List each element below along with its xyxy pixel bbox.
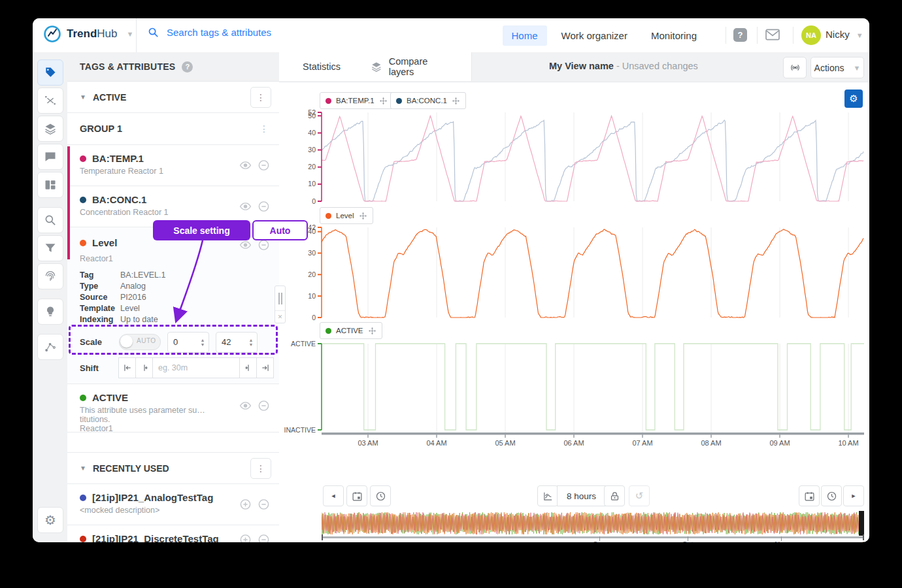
svg-text:20: 20 (308, 163, 316, 171)
visibility-icon[interactable] (239, 239, 252, 252)
reset-time-button[interactable]: ↺ (629, 485, 650, 506)
chart-settings-button[interactable]: ⚙ (844, 90, 863, 108)
remove-circle-icon[interactable] (258, 498, 270, 511)
nav-home[interactable]: Home (503, 25, 547, 46)
brand-caret-icon[interactable]: ▼ (126, 30, 133, 38)
svg-text:42: 42 (308, 223, 316, 231)
start-date-picker-button[interactable] (346, 485, 367, 506)
divider (793, 27, 793, 44)
timeline-tick (688, 536, 688, 541)
actions-button[interactable]: Actions▼ (810, 57, 864, 78)
app-title: TrendHub (67, 27, 117, 41)
move-icon[interactable] (379, 97, 388, 105)
tag-row-discrete-test-tag[interactable]: [21ip]IP21_DiscreteTestTag (67, 525, 279, 542)
legend-chip-active[interactable]: ACTIVE (320, 322, 382, 339)
nav-monitoring[interactable]: Monitoring (642, 25, 706, 46)
section-recent-menu-button[interactable]: ⋮ (250, 458, 271, 479)
svg-text:30: 30 (308, 249, 316, 257)
end-time-picker-button[interactable] (821, 485, 842, 506)
collapse-sidebar-icon[interactable]: ✕ (275, 311, 285, 323)
broadcast-button[interactable] (783, 57, 807, 78)
compare-startpoints-button[interactable] (537, 485, 558, 506)
visibility-icon[interactable] (239, 159, 252, 172)
tag-tool-button[interactable] (37, 59, 63, 86)
visibility-icon[interactable] (239, 201, 252, 213)
timeline-label: Dec (862, 540, 869, 542)
scatter-tool-button[interactable] (37, 334, 63, 360)
tag-row-analog-test-tag[interactable]: [21ip]IP21_AnalogTestTag <mocked descrip… (67, 484, 279, 525)
nav-work-organizer[interactable]: Work organizer (552, 25, 637, 46)
resize-grip-icon[interactable] (275, 286, 285, 311)
timeline-tick (599, 536, 600, 541)
group-1-header[interactable]: GROUP 1 ⋮ (67, 113, 279, 145)
add-circle-icon[interactable] (239, 534, 252, 543)
mail-icon[interactable] (765, 29, 780, 41)
overview-strip[interactable] (322, 511, 864, 536)
shift-forward-button[interactable] (239, 357, 257, 378)
trend-chart-active[interactable]: ACTIVEINACTIVE03 AM04 AM05 AM06 AM07 AM0… (275, 338, 864, 451)
section-active: ▼ ACTIVE ⋮ (67, 82, 279, 113)
legend-chip-level[interactable]: Level (320, 207, 373, 224)
move-icon[interactable] (452, 97, 460, 105)
series-color-dot (80, 197, 86, 203)
sidebar-help-icon[interactable]: ? (182, 61, 193, 73)
shift-back-button[interactable] (135, 357, 153, 378)
funnel-tool-button[interactable] (37, 235, 63, 261)
help-icon[interactable]: ? (733, 28, 747, 42)
layers-tool-button[interactable] (37, 116, 63, 142)
comment-icon (44, 150, 57, 163)
section-active-menu-button[interactable]: ⋮ (250, 87, 271, 108)
bulb-tool-button[interactable] (37, 299, 63, 325)
end-date-picker-button[interactable] (799, 485, 820, 506)
lock-duration-button[interactable] (604, 485, 625, 506)
comment-tool-button[interactable] (37, 144, 63, 170)
shift-far-forward-button[interactable] (256, 357, 274, 378)
section-recently-used: ▼ RECENTLY USED ⋮ (67, 453, 279, 484)
user-avatar[interactable]: NA (801, 25, 821, 45)
tab-compare-layers[interactable]: Compare layers (354, 52, 472, 81)
duration-button[interactable]: 8 hours (557, 485, 606, 506)
shift-amount-input[interactable] (152, 357, 240, 378)
remove-circle-icon[interactable] (258, 201, 270, 213)
tag-row-ba-temp-1[interactable]: BA:TEMP.1 Temperature Reactor 1 (67, 145, 279, 186)
remove-circle-icon[interactable] (258, 534, 270, 543)
trend-chart-level[interactable]: 01020304042 (275, 223, 864, 320)
remove-circle-icon[interactable] (258, 400, 270, 412)
annotation-scale-setting: Scale setting (153, 220, 250, 240)
dashboard-tool-button[interactable] (37, 172, 63, 198)
svg-text:0: 0 (312, 314, 316, 321)
legend-chip-ba-conc-1[interactable]: BA:CONC.1 (390, 92, 466, 109)
remove-circle-icon[interactable] (258, 159, 270, 172)
trend-chart-temp-conc[interactable]: 0102030405052 (275, 108, 864, 204)
sidebar-resize-handle[interactable]: ✕ (275, 286, 286, 323)
move-icon[interactable] (368, 327, 376, 335)
tag-row-level-expanded[interactable]: Level Reactor1 TagBA:LEVEL.1 TypeAnalog … (67, 227, 279, 384)
pan-right-button[interactable]: ► (843, 485, 864, 506)
search-tool-button[interactable] (37, 207, 63, 233)
layers-icon (371, 61, 382, 73)
collapse-caret-icon[interactable]: ▼ (80, 93, 86, 101)
pan-left-button[interactable]: ◄ (323, 485, 344, 506)
shift-far-back-button[interactable] (118, 357, 136, 378)
fingerprint-tool-button[interactable] (37, 263, 63, 289)
formula-tool-button[interactable] (37, 88, 63, 114)
desktop-background: TrendHub ▼ Home Work organizer Monitorin… (0, 0, 902, 588)
start-time-picker-button[interactable] (370, 485, 391, 506)
legend-chip-ba-temp-1[interactable]: BA:TEMP.1 (320, 92, 393, 109)
tag-row-active-attribute[interactable]: ACTIVE This attribute uses parameter su…… (67, 384, 279, 433)
app-logo[interactable]: TrendHub ▼ (43, 25, 133, 43)
search-bar[interactable] (148, 26, 364, 39)
visibility-icon[interactable] (239, 400, 252, 412)
collapse-caret-icon[interactable]: ▼ (80, 465, 86, 472)
group-1-menu-icon[interactable]: ⋮ (259, 123, 269, 134)
search-input[interactable] (165, 26, 364, 39)
shift-row: Shift (67, 357, 279, 378)
settings-gear-button[interactable]: ⚙ (37, 507, 63, 533)
move-icon[interactable] (359, 212, 367, 220)
remove-circle-icon[interactable] (258, 239, 270, 252)
series-color-dot (80, 240, 86, 246)
add-circle-icon[interactable] (239, 498, 252, 511)
user-menu[interactable]: Nicky ▼ (826, 29, 863, 40)
detail-tag: TagBA:LEVEL.1 (80, 270, 166, 280)
tab-statistics[interactable]: Statistics (279, 52, 354, 81)
